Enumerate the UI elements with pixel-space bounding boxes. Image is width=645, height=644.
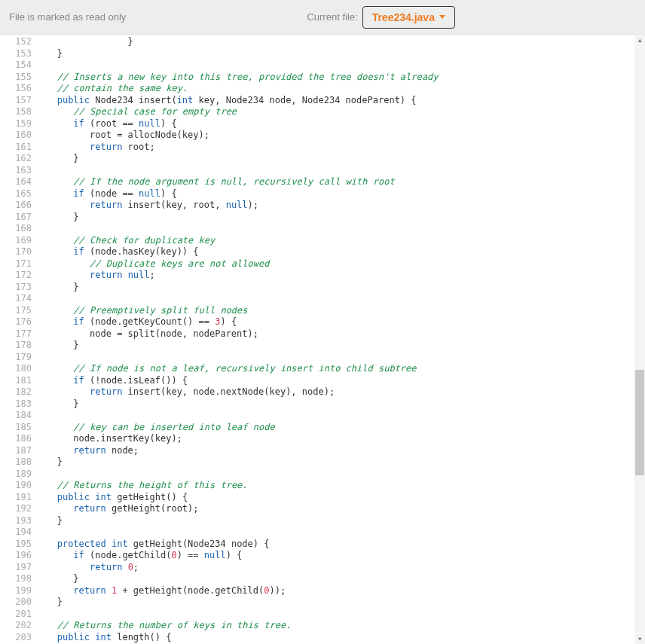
line-number: 154 xyxy=(0,60,36,72)
code-line: if (node.getKeyCount() == 3) { xyxy=(41,316,645,328)
line-number: 173 xyxy=(0,282,36,294)
code-line xyxy=(41,223,645,235)
code-line: } xyxy=(41,36,645,48)
code-line: return 0; xyxy=(41,562,645,574)
code-line xyxy=(41,526,645,539)
code-line: // Inserts a new key into this tree, pro… xyxy=(41,72,645,84)
line-number: 167 xyxy=(0,212,36,224)
code-line xyxy=(41,410,645,422)
code-line xyxy=(41,60,645,72)
code-line xyxy=(41,609,645,621)
code-line: if (node == null) { xyxy=(41,188,645,200)
editor-header: File is marked as read only Current file… xyxy=(0,0,645,35)
code-line: public int length() { xyxy=(41,632,645,644)
code-line: node.insertKey(key); xyxy=(41,433,645,445)
line-number: 196 xyxy=(0,550,36,562)
line-number: 186 xyxy=(0,433,36,445)
code-line: // Check for duplicate key xyxy=(41,235,645,247)
line-number: 188 xyxy=(0,456,36,469)
line-number: 164 xyxy=(0,176,36,188)
code-line: return insert(key, node.nextNode(key), n… xyxy=(41,386,645,398)
line-number: 191 xyxy=(0,492,36,504)
editor-area: 1521531541551561571581591601611621631641… xyxy=(0,35,645,644)
code-line xyxy=(41,469,645,481)
code-line: } xyxy=(41,573,645,585)
line-number: 174 xyxy=(0,293,36,305)
caret-down-icon xyxy=(439,15,445,19)
code-line: return insert(key, root, null); xyxy=(41,200,645,212)
header-center: Current file: Tree234.java xyxy=(126,6,636,29)
line-number: 192 xyxy=(0,503,36,515)
line-number: 165 xyxy=(0,188,36,200)
file-dropdown[interactable]: Tree234.java xyxy=(362,6,455,29)
code-line: } xyxy=(41,340,645,352)
line-number: 166 xyxy=(0,200,36,212)
code-line: return node; xyxy=(41,445,645,457)
code-line: } xyxy=(41,153,645,165)
code-line: } xyxy=(41,282,645,294)
code-line: root = allocNode(key); xyxy=(41,130,645,142)
code-line: // contain the same key. xyxy=(41,83,645,95)
line-number: 168 xyxy=(0,223,36,235)
line-number: 190 xyxy=(0,480,36,492)
line-number: 179 xyxy=(0,352,36,364)
line-number: 153 xyxy=(0,48,36,60)
code-line: if (node.getChild(0) == null) { xyxy=(41,550,645,562)
code-line: } xyxy=(41,398,645,411)
line-number: 180 xyxy=(0,363,36,375)
code-line: // key can be inserted into leaf node xyxy=(41,422,645,434)
code-line: } xyxy=(41,515,645,527)
code-line: } xyxy=(41,212,645,224)
line-number: 176 xyxy=(0,316,36,328)
code-line: // Special case for empty tree xyxy=(41,106,645,118)
line-number: 189 xyxy=(0,469,36,481)
readonly-notice: File is marked as read only xyxy=(9,11,126,23)
scroll-down-arrow-icon[interactable]: ▾ xyxy=(634,633,645,644)
line-number: 152 xyxy=(0,36,36,48)
line-number: 157 xyxy=(0,95,36,107)
code-line: if (node.hasKey(key)) { xyxy=(41,246,645,258)
scroll-thumb[interactable] xyxy=(635,370,644,475)
line-number: 203 xyxy=(0,632,36,644)
line-number: 163 xyxy=(0,165,36,177)
code-line: if (root == null) { xyxy=(41,118,645,130)
code-line xyxy=(41,352,645,364)
line-number: 158 xyxy=(0,106,36,118)
code-line: } xyxy=(41,48,645,60)
line-number: 178 xyxy=(0,340,36,352)
line-number: 194 xyxy=(0,526,36,539)
code-line: node = split(node, nodeParent); xyxy=(41,328,645,340)
code-line: public int getHeight() { xyxy=(41,492,645,504)
code-line: // If the node argument is null, recursi… xyxy=(41,176,645,188)
vertical-scrollbar[interactable]: ▴ ▾ xyxy=(634,35,645,644)
code-line xyxy=(41,165,645,177)
line-number: 162 xyxy=(0,153,36,165)
code-line: return 1 + getHeight(node.getChild(0)); xyxy=(41,585,645,597)
code-line: // If node is not a leaf, recursively in… xyxy=(41,363,645,375)
code-line: // Returns the number of keys in this tr… xyxy=(41,620,645,632)
code-line: return null; xyxy=(41,270,645,282)
line-number: 201 xyxy=(0,609,36,621)
line-number: 160 xyxy=(0,130,36,142)
line-number: 200 xyxy=(0,597,36,609)
code-line: // Returns the height of this tree. xyxy=(41,480,645,492)
current-file-label: Current file: xyxy=(307,11,357,23)
code-line: protected int getHeight(Node234 node) { xyxy=(41,539,645,551)
line-number: 199 xyxy=(0,585,36,597)
line-number-gutter: 1521531541551561571581591601611621631641… xyxy=(0,35,36,644)
line-number: 187 xyxy=(0,445,36,457)
line-number: 156 xyxy=(0,83,36,95)
line-number: 181 xyxy=(0,375,36,387)
line-number: 195 xyxy=(0,539,36,551)
code-line: } xyxy=(41,456,645,469)
code-line: return root; xyxy=(41,142,645,154)
line-number: 175 xyxy=(0,305,36,317)
line-number: 182 xyxy=(0,386,36,398)
code-line: // Duplicate keys are not allowed xyxy=(41,258,645,270)
line-number: 169 xyxy=(0,235,36,247)
scroll-up-arrow-icon[interactable]: ▴ xyxy=(634,35,645,45)
code-line: // Preemptively split full nodes xyxy=(41,305,645,317)
code-content[interactable]: } } // Inserts a new key into this tree,… xyxy=(36,35,645,644)
line-number: 198 xyxy=(0,573,36,585)
line-number: 185 xyxy=(0,422,36,434)
